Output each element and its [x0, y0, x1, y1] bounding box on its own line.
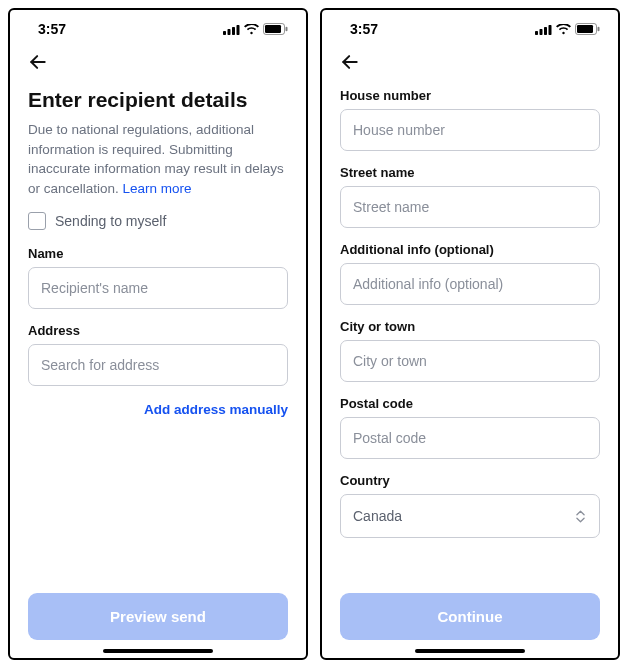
phone-left: 3:57 Enter recipient details Due to nati… [8, 8, 308, 660]
arrow-left-icon [28, 52, 48, 72]
wifi-icon [244, 24, 259, 35]
country-value: Canada [353, 508, 402, 524]
svg-rect-1 [228, 29, 231, 35]
name-input[interactable] [28, 267, 288, 309]
svg-rect-8 [535, 31, 538, 35]
status-icons [223, 23, 288, 35]
svg-rect-0 [223, 31, 226, 35]
additional-info-input[interactable] [340, 263, 600, 305]
status-time: 3:57 [350, 21, 378, 37]
home-indicator[interactable] [415, 649, 525, 653]
house-number-label: House number [340, 88, 600, 103]
country-label: Country [340, 473, 600, 488]
status-icons [535, 23, 600, 35]
svg-rect-3 [237, 25, 240, 35]
back-button[interactable] [26, 50, 50, 74]
wifi-icon [556, 24, 571, 35]
battery-icon [575, 23, 600, 35]
svg-rect-9 [540, 29, 543, 35]
arrow-left-icon [340, 52, 360, 72]
country-field: Country Canada [340, 473, 600, 538]
name-field: Name [28, 246, 288, 309]
continue-button[interactable]: Continue [340, 593, 600, 640]
page-subtitle: Due to national regulations, additional … [28, 120, 288, 198]
svg-rect-5 [265, 25, 281, 33]
svg-rect-13 [577, 25, 593, 33]
page-title: Enter recipient details [28, 88, 288, 112]
back-button[interactable] [338, 50, 362, 74]
street-name-label: Street name [340, 165, 600, 180]
city-input[interactable] [340, 340, 600, 382]
nav-bar [322, 40, 618, 80]
city-field: City or town [340, 319, 600, 382]
additional-info-label: Additional info (optional) [340, 242, 600, 257]
postal-code-field: Postal code [340, 396, 600, 459]
sending-to-myself-checkbox[interactable] [28, 212, 46, 230]
content-right: House number Street name Additional info… [322, 80, 618, 593]
sending-to-myself-row[interactable]: Sending to myself [28, 212, 288, 230]
cellular-icon [535, 24, 552, 35]
additional-info-field: Additional info (optional) [340, 242, 600, 305]
svg-rect-11 [549, 25, 552, 35]
address-label: Address [28, 323, 288, 338]
nav-bar [10, 40, 306, 80]
country-select[interactable]: Canada [340, 494, 600, 538]
preview-send-button[interactable]: Preview send [28, 593, 288, 640]
address-input[interactable] [28, 344, 288, 386]
sending-to-myself-label: Sending to myself [55, 213, 166, 229]
battery-icon [263, 23, 288, 35]
svg-rect-10 [544, 27, 547, 35]
status-bar: 3:57 [322, 10, 618, 40]
home-indicator[interactable] [103, 649, 213, 653]
name-label: Name [28, 246, 288, 261]
postal-code-input[interactable] [340, 417, 600, 459]
content-left: Enter recipient details Due to national … [10, 80, 306, 593]
street-name-field: Street name [340, 165, 600, 228]
phone-right: 3:57 House number Street name Additional… [320, 8, 620, 660]
status-time: 3:57 [38, 21, 66, 37]
address-field: Address [28, 323, 288, 386]
learn-more-link[interactable]: Learn more [123, 181, 192, 196]
street-name-input[interactable] [340, 186, 600, 228]
city-label: City or town [340, 319, 600, 334]
svg-rect-6 [286, 27, 288, 32]
postal-code-label: Postal code [340, 396, 600, 411]
house-number-input[interactable] [340, 109, 600, 151]
select-chevrons-icon [573, 507, 587, 525]
house-number-field: House number [340, 88, 600, 151]
status-bar: 3:57 [10, 10, 306, 40]
svg-rect-2 [232, 27, 235, 35]
cellular-icon [223, 24, 240, 35]
add-address-manually-link[interactable]: Add address manually [28, 400, 288, 417]
svg-rect-14 [598, 27, 600, 32]
